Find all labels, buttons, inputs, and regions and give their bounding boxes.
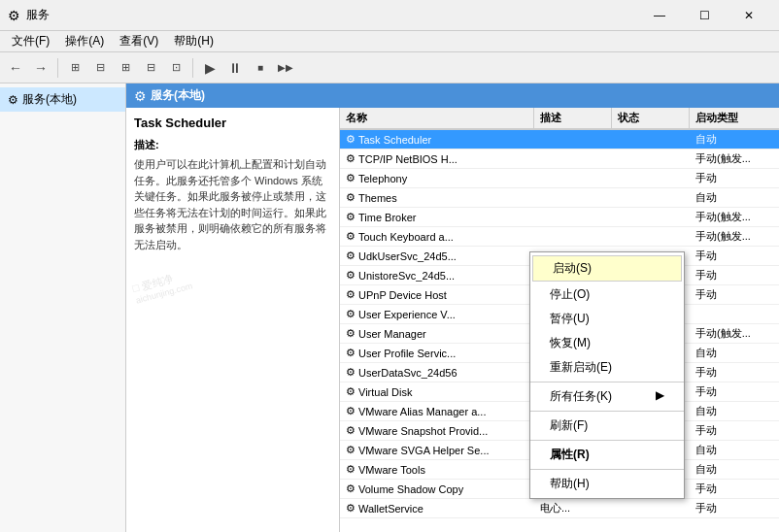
row-starttype: 自动	[690, 441, 779, 459]
ctx-restart[interactable]: 重新启动(E)	[530, 355, 684, 380]
service-icon: ⚙	[346, 191, 356, 204]
col-status[interactable]: 状态	[612, 108, 690, 128]
list-header: 名称 描述 状态 启动类型 登录为	[340, 108, 779, 130]
row-starttype: 自动	[690, 460, 779, 479]
stop-service-button[interactable]: ■	[249, 56, 272, 80]
row-starttype: 手动	[690, 285, 779, 304]
desc-panel: Task Scheduler 描述: 使用户可以在此计算机上配置和计划自动任务。…	[126, 108, 340, 532]
row-starttype: 手动	[690, 363, 779, 382]
row-name: ⚙User Experience V...	[340, 305, 534, 323]
service-list[interactable]: 名称 描述 状态 启动类型 登录为 ⚙Task Scheduler 自动 本地系…	[340, 108, 779, 532]
row-name: ⚙User Manager	[340, 324, 534, 343]
minimize-button[interactable]: —	[637, 0, 682, 31]
window-title: 服务	[26, 7, 637, 23]
service-icon: ⚙	[346, 230, 356, 243]
row-status	[612, 188, 690, 207]
row-starttype: 手动	[690, 169, 779, 187]
row-status	[612, 208, 690, 226]
row-desc	[534, 130, 612, 149]
menu-help[interactable]: 帮助(H)	[166, 31, 221, 51]
row-starttype: 手动(触发...	[690, 150, 779, 168]
row-starttype: 手动	[690, 247, 779, 265]
row-starttype: 自动	[690, 402, 779, 420]
ctx-resume[interactable]: 恢复(M)	[530, 331, 684, 355]
service-icon: ⚙	[346, 327, 356, 340]
row-name: ⚙UnistoreSvc_24d5...	[340, 266, 534, 284]
ctx-help[interactable]: 帮助(H)	[530, 472, 684, 496]
row-starttype: 自动	[690, 188, 779, 207]
row-starttype: 自动	[690, 344, 779, 362]
close-button[interactable]: ✕	[727, 0, 771, 31]
toolbar-btn-4[interactable]: ⊟	[139, 56, 162, 80]
service-icon: ⚙	[346, 405, 356, 417]
row-status	[612, 169, 690, 187]
service-icon: ⚙	[346, 482, 356, 495]
table-row[interactable]: ⚙Task Scheduler 自动 本地系统	[340, 130, 779, 150]
col-starttype[interactable]: 启动类型	[690, 108, 779, 128]
left-nav: ⚙ 服务(本地)	[0, 83, 126, 532]
service-icon: ⚙	[346, 152, 356, 165]
menu-view[interactable]: 查看(V)	[112, 31, 166, 51]
pause-service-button[interactable]: ⏸	[223, 56, 247, 80]
row-status	[612, 150, 690, 168]
row-name: ⚙WalletService	[340, 499, 534, 517]
menu-bar: 文件(F) 操作(A) 查看(V) 帮助(H)	[0, 31, 779, 52]
service-icon: ⚙	[346, 308, 356, 320]
table-row[interactable]: ⚙Themes 自动 本地系统	[340, 188, 779, 208]
row-desc	[534, 188, 612, 207]
ctx-pause[interactable]: 暂停(U)	[530, 307, 684, 331]
desc-label: 描述:	[134, 138, 331, 152]
row-name: ⚙TCP/IP NetBIOS H...	[340, 150, 534, 168]
service-icon: ⚙	[346, 211, 356, 223]
service-icon: ⚙	[346, 172, 356, 184]
toolbar-btn-1[interactable]: ⊞	[63, 56, 86, 80]
selected-service-name: Task Scheduler	[134, 116, 331, 130]
col-name[interactable]: 名称	[340, 108, 534, 128]
service-icon: ⚙	[346, 288, 356, 301]
row-desc	[534, 169, 612, 187]
row-starttype	[690, 305, 779, 323]
restart-service-button[interactable]: ▶▶	[274, 56, 297, 80]
service-icon: ⚙	[346, 249, 356, 262]
row-name: ⚙VMware Tools	[340, 460, 534, 479]
ctx-stop[interactable]: 停止(O)	[530, 283, 684, 307]
row-starttype: 手动	[690, 382, 779, 401]
row-name: ⚙Volume Shadow Copy	[340, 480, 534, 498]
toolbar-btn-5[interactable]: ⊡	[164, 56, 187, 80]
row-name: ⚙UdkUserSvc_24d5...	[340, 247, 534, 265]
nav-label: 服务(本地)	[22, 91, 77, 108]
toolbar-btn-2[interactable]: ⊟	[88, 56, 112, 80]
ctx-refresh[interactable]: 刷新(F)	[530, 414, 684, 438]
ctx-properties[interactable]: 属性(R)	[530, 443, 684, 467]
ctx-separator-1	[530, 382, 684, 382]
ctx-start[interactable]: 启动(S)	[532, 255, 682, 282]
window-icon: ⚙	[8, 8, 20, 23]
row-name: ⚙Time Broker	[340, 208, 534, 226]
ctx-all-tasks[interactable]: 所有任务(K)▶	[530, 384, 684, 409]
row-starttype: 自动	[690, 130, 779, 149]
nav-icon: ⚙	[8, 93, 18, 107]
table-row[interactable]: ⚙Telephony 手动 网络服务	[340, 169, 779, 188]
menu-file[interactable]: 文件(F)	[4, 31, 57, 51]
table-row[interactable]: ⚙Time Broker 手动(触发... 本地系统	[340, 208, 779, 227]
main-area: ⚙ 服务(本地) ⚙ 服务(本地) Task Scheduler 描述: 使用户…	[0, 83, 779, 532]
table-row[interactable]: ⚙WalletService 电心... 手动 本地系统	[340, 499, 779, 518]
row-name: ⚙Task Scheduler	[340, 130, 534, 149]
table-row[interactable]: ⚙Touch Keyboard a... 手动(触发... 本地系统	[340, 227, 779, 247]
toolbar-btn-3[interactable]: ⊞	[114, 56, 137, 80]
nav-item-services[interactable]: ⚙ 服务(本地)	[0, 87, 125, 112]
table-row[interactable]: ⚙TCP/IP NetBIOS H... 手动(触发... 本地服务	[340, 150, 779, 169]
col-desc[interactable]: 描述	[534, 108, 612, 128]
ctx-separator-2	[530, 411, 684, 412]
service-icon: ⚙	[346, 424, 356, 437]
start-service-button[interactable]: ▶	[198, 56, 221, 80]
row-starttype: 手动	[690, 499, 779, 517]
row-name: ⚙Virtual Disk	[340, 382, 534, 401]
back-button[interactable]: ←	[4, 56, 27, 80]
service-icon: ⚙	[346, 269, 356, 282]
row-desc	[534, 150, 612, 168]
menu-action[interactable]: 操作(A)	[57, 31, 112, 51]
forward-button[interactable]: →	[29, 56, 52, 80]
maximize-button[interactable]: ☐	[682, 0, 727, 31]
window: ⚙ 服务 — ☐ ✕ 文件(F) 操作(A) 查看(V) 帮助(H) ← → ⊞…	[0, 0, 779, 532]
